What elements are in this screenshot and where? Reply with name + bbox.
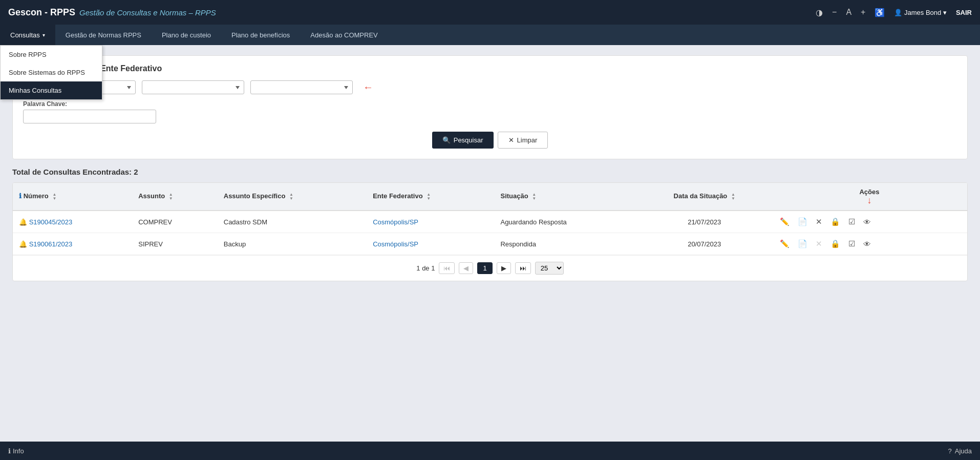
th-data-situacao: Data da Situação ▲▼ [637, 183, 772, 211]
th-assunto-especifico: Assunto Específico ▲▼ [218, 183, 367, 211]
red-arrow-left: ← [363, 81, 373, 93]
panel-title: Minhas Consultas - Ente Federativo [23, 64, 957, 73]
main-nav: Consultas ▾ Gestão de Normas RPPS Plano … [0, 25, 980, 45]
app-subtitle: Gestão de Consultas e Normas – RPPS [79, 8, 216, 17]
info-icon: ℹ [19, 192, 22, 200]
td-data-1: 21/07/2023 [637, 211, 772, 233]
edit-btn-1[interactable]: ✏️ [778, 216, 792, 227]
search-button[interactable]: 🔍 Pesquisar [432, 132, 494, 149]
field-tipo [250, 80, 353, 94]
td-assunto-esp-1: Cadastro SDM [218, 211, 367, 233]
delete-btn-2[interactable]: ✕ [814, 238, 824, 249]
top-bar: Gescon - RPPS Gestão de Consultas e Norm… [0, 0, 980, 25]
delete-btn-1[interactable]: ✕ [814, 216, 824, 227]
th-numero: ℹ Número ▲▼ [13, 183, 132, 211]
td-numero-2: 🔔 S190061/2023 [13, 233, 132, 255]
red-arrow-down: ↓ [778, 196, 961, 205]
ente-link-1[interactable]: Cosmópolis/SP [373, 218, 418, 226]
page-content: Minhas Consultas - Ente Federativo ← [0, 55, 980, 281]
zoom-in-icon[interactable]: + [861, 8, 865, 17]
file-btn-1[interactable]: 📄 [796, 216, 809, 227]
td-situacao-1: Aguardando Resposta [494, 211, 637, 233]
results-section: Total de Consultas Encontradas: 2 ℹ Núme… [12, 168, 968, 281]
next-page-btn[interactable]: ▶ [497, 262, 511, 274]
clear-button[interactable]: ✕ Limpar [498, 132, 548, 149]
td-ente-1: Cosmópolis/SP [367, 211, 494, 233]
consultas-caret: ▾ [42, 32, 45, 38]
td-assunto-1: COMPREV [132, 211, 218, 233]
last-page-btn[interactable]: ⏭ [515, 262, 531, 274]
consultas-dropdown: Sobre RPPS Sobre Sistemas do RPPS Minhas… [0, 45, 102, 100]
sort-assunto-esp[interactable]: ▲▼ [289, 193, 293, 201]
accessibility-icon[interactable]: ♿ [875, 8, 885, 17]
nav-plano-custeio[interactable]: Plano de custeio [152, 25, 221, 45]
sort-numero[interactable]: ▲▼ [52, 193, 56, 201]
view-btn-1[interactable]: 👁 [861, 217, 873, 227]
results-title: Total de Consultas Encontradas: 2 [12, 168, 968, 176]
font-icon[interactable]: A [846, 8, 851, 17]
sort-situacao[interactable]: ▲▼ [532, 193, 536, 201]
zoom-out-icon[interactable]: − [832, 8, 837, 17]
dropdown-sobre-sistemas[interactable]: Sobre Sistemas do RPPS [1, 64, 102, 81]
table-header-row: ℹ Número ▲▼ Assunto ▲▼ Assunto Específic… [13, 183, 967, 211]
nav-gestao-normas[interactable]: Gestão de Normas RPPS [55, 25, 152, 45]
th-ente-federativo: Ente Federativo ▲▼ [367, 183, 494, 211]
current-page: 1 [477, 262, 492, 274]
prev-page-btn[interactable]: ◀ [459, 262, 473, 274]
lock-btn-1[interactable]: 🔒 [828, 216, 842, 227]
first-page-btn[interactable]: ⏮ [439, 262, 455, 274]
page-info: 1 de 1 [416, 264, 435, 272]
check-btn-2[interactable]: ☑ [846, 238, 857, 249]
user-menu[interactable]: 👤 James Bond ▾ [894, 9, 947, 16]
nav-plano-beneficios[interactable]: Plano de benefícios [221, 25, 300, 45]
sair-button[interactable]: SAIR [956, 9, 972, 16]
bell-icon-2: 🔔 [19, 240, 27, 248]
actions-row-2: ✏️ 📄 ✕ 🔒 ☑ 👁 [778, 238, 961, 249]
sort-ente[interactable]: ▲▼ [427, 193, 431, 201]
table-row: 🔔 S190061/2023 SIPREV Backup Cosmópolis/… [13, 233, 967, 255]
table-row: 🔔 S190045/2023 COMPREV Cadastro SDM Cosm… [13, 211, 967, 233]
ente-link-2[interactable]: Cosmópolis/SP [373, 240, 418, 248]
button-row: 🔍 Pesquisar ✕ Limpar [23, 132, 957, 149]
actions-row-1: ✏️ 📄 ✕ 🔒 ☑ 👁 [778, 216, 961, 227]
results-table: ℹ Número ▲▼ Assunto ▲▼ Assunto Específic… [13, 183, 967, 255]
dropdown-minhas-consultas[interactable]: Minhas Consultas [1, 81, 102, 99]
th-situacao: Situação ▲▼ [494, 183, 637, 211]
contrast-icon[interactable]: ◑ [816, 8, 823, 17]
nav-adesao-comprev[interactable]: Adesão ao COMPREV [300, 25, 388, 45]
pagination: 1 de 1 ⏮ ◀ 1 ▶ ⏭ 25 50 100 [13, 255, 967, 281]
td-acoes-2: ✏️ 📄 ✕ 🔒 ☑ 👁 [772, 233, 967, 255]
numero-link-1[interactable]: S190045/2023 [29, 218, 73, 226]
td-ente-2: Cosmópolis/SP [367, 233, 494, 255]
results-table-wrapper: ℹ Número ▲▼ Assunto ▲▼ Assunto Específic… [12, 182, 968, 281]
td-situacao-2: Respondida [494, 233, 637, 255]
clear-icon: ✕ [508, 136, 514, 144]
field-situacao [142, 80, 244, 94]
tipo-select[interactable] [250, 80, 353, 94]
td-numero-1: 🔔 S190045/2023 [13, 211, 132, 233]
td-acoes-1: ✏️ 📄 ✕ 🔒 ☑ 👁 [772, 211, 967, 233]
lock-btn-2[interactable]: 🔒 [828, 238, 842, 249]
app-title: Gescon - RPPS [8, 7, 75, 18]
view-btn-2[interactable]: 👁 [861, 239, 873, 249]
file-btn-2[interactable]: 📄 [796, 238, 809, 249]
check-btn-1[interactable]: ☑ [846, 216, 857, 227]
sort-data[interactable]: ▲▼ [731, 193, 735, 201]
keyword-input[interactable] [23, 110, 156, 123]
sort-assunto[interactable]: ▲▼ [169, 193, 173, 201]
form-row-1: ← [23, 80, 957, 94]
top-bar-right: ◑ − A + ♿ 👤 James Bond ▾ SAIR [816, 8, 972, 17]
bell-icon-1: 🔔 [19, 218, 27, 226]
edit-btn-2[interactable]: ✏️ [778, 238, 792, 249]
keyword-label: Palavra Chave: [23, 100, 957, 108]
dropdown-sobre-rpps[interactable]: Sobre RPPS [1, 46, 102, 64]
th-acoes: Ações ↓ [772, 183, 967, 211]
nav-consultas[interactable]: Consultas ▾ [0, 25, 55, 45]
numero-link-2[interactable]: S190061/2023 [29, 240, 73, 248]
per-page-select[interactable]: 25 50 100 [535, 262, 564, 275]
td-assunto-esp-2: Backup [218, 233, 367, 255]
search-panel: Minhas Consultas - Ente Federativo ← [12, 55, 968, 159]
search-icon: 🔍 [442, 136, 451, 144]
td-data-2: 20/07/2023 [637, 233, 772, 255]
situacao-select[interactable] [142, 80, 244, 94]
